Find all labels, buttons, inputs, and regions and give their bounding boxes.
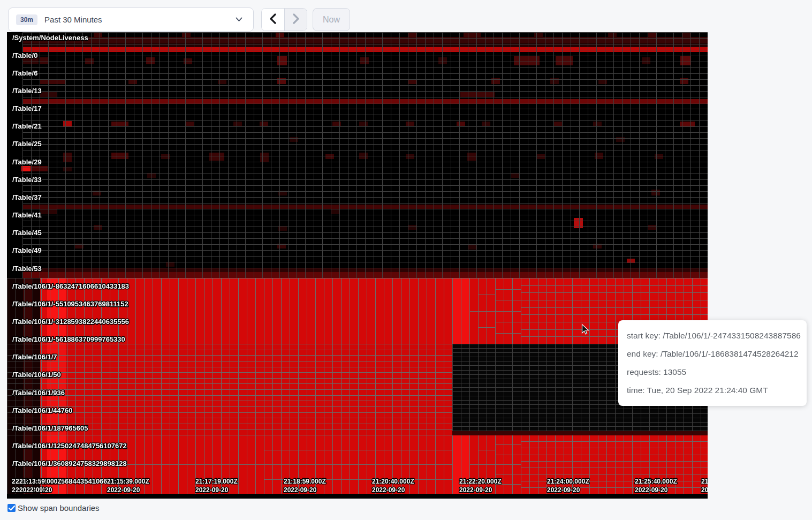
chevron-down-icon xyxy=(236,17,242,22)
time-range-badge: 30m xyxy=(16,14,37,25)
now-button[interactable]: Now xyxy=(313,8,350,31)
show-span-boundaries-label: Show span boundaries xyxy=(18,503,100,513)
key-visualizer-heatmap[interactable] xyxy=(7,32,708,499)
prev-time-button[interactable] xyxy=(262,9,284,31)
tooltip-end-key: end key: /Table/106/1/-18683814745282642… xyxy=(627,349,798,359)
show-span-boundaries-checkbox[interactable] xyxy=(7,504,16,512)
time-nav-group xyxy=(261,8,307,31)
span-tooltip: start key: /Table/106/1/-247433150824388… xyxy=(618,320,807,406)
chevron-left-icon xyxy=(269,13,277,26)
chevron-right-icon xyxy=(292,13,300,26)
tooltip-time: time: Tue, 20 Sep 2022 21:24:40 GMT xyxy=(627,386,798,395)
tooltip-requests: requests: 13055 xyxy=(627,367,798,377)
tooltip-start-key: start key: /Table/106/1/-247433150824388… xyxy=(627,331,798,341)
time-range-selector[interactable]: 30m Past 30 Minutes xyxy=(8,7,254,32)
time-range-label: Past 30 Minutes xyxy=(44,15,102,24)
next-time-button[interactable] xyxy=(284,9,307,31)
footer-row: Show span boundaries xyxy=(7,503,100,513)
